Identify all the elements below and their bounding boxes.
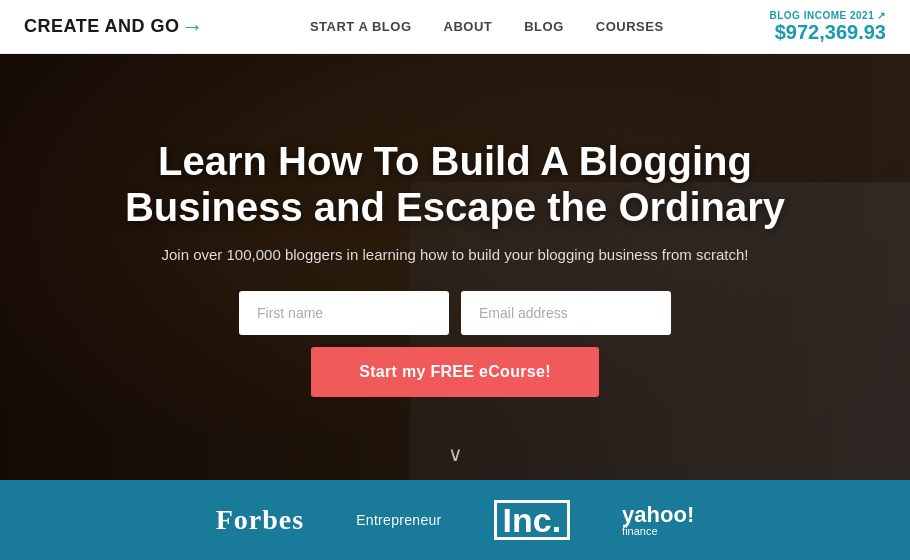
- brand-inc: Inc.: [494, 500, 571, 540]
- main-nav: START A BLOG ABOUT BLOG COURSES: [310, 19, 664, 34]
- nav-about[interactable]: ABOUT: [444, 19, 493, 34]
- nav-courses[interactable]: COURSES: [596, 19, 664, 34]
- yahoo-sub-text: finance: [622, 526, 657, 537]
- email-input[interactable]: [461, 291, 671, 335]
- scroll-down-arrow[interactable]: ∨: [448, 442, 463, 466]
- blog-income-label: BLOG INCOME 2021 ↗: [770, 10, 886, 21]
- logo-text: CREATE AND GO: [24, 16, 180, 37]
- brand-yahoo-finance: yahoo! finance: [622, 504, 694, 537]
- yahoo-main-text: yahoo!: [622, 504, 694, 526]
- brand-entrepreneur: Entrepreneur: [356, 512, 441, 528]
- cta-button[interactable]: Start my FREE eCourse!: [311, 347, 599, 397]
- nav-blog[interactable]: BLOG: [524, 19, 564, 34]
- hero-input-row: [239, 291, 671, 335]
- nav-start-a-blog[interactable]: START A BLOG: [310, 19, 412, 34]
- hero-title: Learn How To Build A Blogging Business a…: [95, 138, 815, 230]
- first-name-input[interactable]: [239, 291, 449, 335]
- hero-form: Start my FREE eCourse!: [95, 291, 815, 397]
- hero-subtitle: Join over 100,000 bloggers in learning h…: [95, 246, 815, 263]
- brand-forbes: Forbes: [216, 504, 304, 536]
- header: CREATE AND GO → START A BLOG ABOUT BLOG …: [0, 0, 910, 54]
- site-logo[interactable]: CREATE AND GO →: [24, 14, 204, 40]
- blog-income-widget: BLOG INCOME 2021 ↗ $972,369.93: [770, 10, 886, 44]
- hero-section: Learn How To Build A Blogging Business a…: [0, 54, 910, 480]
- logo-arrow: →: [182, 14, 205, 40]
- hero-content: Learn How To Build A Blogging Business a…: [55, 138, 855, 397]
- blog-income-amount: $972,369.93: [770, 21, 886, 44]
- brands-bar: Forbes Entrepreneur Inc. yahoo! finance: [0, 480, 910, 560]
